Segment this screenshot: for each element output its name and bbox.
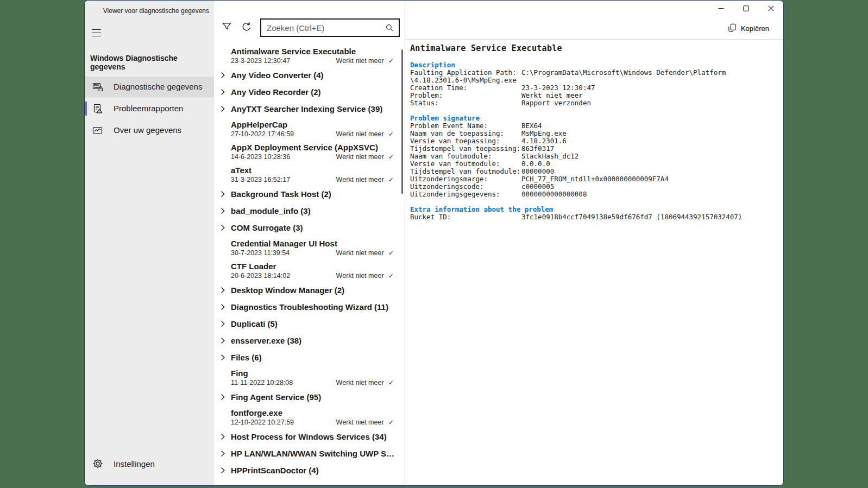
chevron-right-icon [219,88,226,96]
sidebar-item-over-uw-gegevens[interactable]: Over uw gegevens [85,120,214,141]
copy-button[interactable]: Kopiëren [728,23,769,34]
report-date: 30-7-2023 11:39:54 [231,249,290,258]
chevron-right-icon [219,105,226,112]
sidebar-item-probleemrapporten[interactable]: Probleemrapporten [85,98,214,119]
report-row-fontforge-exe[interactable]: fontforge.exe12-10-2022 10:27:59Werkt ni… [214,405,405,428]
chevron-right-icon [219,320,226,327]
report-date: 20-6-2023 18:14:02 [231,271,290,281]
group-title: Desktop Window Manager (2) [231,286,352,295]
detail-row: Uitzonderingsmarge:PCH_77_FROM_ntdll+0x0… [410,175,776,183]
detail-value: Rapport verzonden [521,99,591,107]
chevron-right-icon [219,394,226,401]
detail-value: 863f0317 [521,144,554,153]
group-title: AnyTXT Searcher Indexing Service (39) [231,104,390,113]
group-title: HPPrintScanDoctor (4) [231,466,326,475]
detail-row: Uitzonderingsgegevens:0000000000000008 [410,191,776,198]
report-group-row-anytxt-searcher-indexing-service-39[interactable]: AnyTXT Searcher Indexing Service (39) [214,100,405,117]
app-window: Viewer voor diagnostische gegevens Windo… [84,0,784,486]
report-group-row-desktop-window-manager-2[interactable]: Desktop Window Manager (2) [214,282,405,299]
report-row-apphelpercap[interactable]: AppHelperCap27-10-2022 17:46:59Werkt nie… [214,117,405,140]
report-list-panel: Antimalware Service Executable23-3-2023 … [214,1,405,485]
detail-toolbar: Kopiëren [405,18,783,40]
check-icon: ✓ [387,130,394,138]
report-group-row-host-process-for-windows-services-34[interactable]: Host Process for Windows Services (34) [214,428,405,445]
detail-value: 0.0.0.0 [521,160,550,168]
settings-label: Instellingen [114,459,155,468]
report-row-credential-manager-ui-host[interactable]: Credential Manager UI Host30-7-2023 11:3… [214,236,405,259]
group-title: Any Video Converter (4) [231,71,331,80]
group-title: Any Video Recorder (2) [231,87,329,97]
filter-button[interactable] [218,20,235,36]
search-icon [386,24,394,32]
check-icon: ✓ [387,176,394,183]
detail-label: Uitzonderingsgegevens: [410,191,521,198]
sidebar-item-label: Diagnostische gegevens [114,82,202,91]
check-icon: ✓ [387,249,394,257]
report-group-row-duplicati-5[interactable]: Duplicati (5) [214,315,405,332]
refresh-icon [241,22,252,34]
report-group-row-any-video-converter-4[interactable]: Any Video Converter (4) [214,67,405,84]
check-icon: ✓ [387,272,394,280]
report-group-row-ensserver-exe-38[interactable]: ensserver.exe (38) [214,332,405,349]
report-status: Werkt niet meer ✓ [336,130,394,139]
report-row-fing[interactable]: Fing11-11-2022 10:28:08Werkt niet meer ✓ [214,366,405,389]
detail-value: c0000005 [521,182,554,191]
report-title: AppX Deployment Service (AppXSVC) [231,142,394,153]
maximize-icon [743,5,749,13]
report-group-row-files-6[interactable]: Files (6) [214,349,405,366]
detail-label: Tijdstempel van foutmodule: [410,168,521,175]
window-caption-bar [405,1,783,18]
detail-row: Uitzonderingscode:c0000005 [410,183,776,191]
selected-accent-bar [85,102,87,116]
chevron-right-icon [219,191,226,198]
detail-value: 0000000000000008 [521,190,587,198]
chevron-right-icon [219,303,226,310]
sidebar: Viewer voor diagnostische gegevens Windo… [85,1,214,485]
detail-value: StackHash_dc12 [521,152,578,160]
detail-row: \4.18.2301.6-0\MsMpEng.exe [410,77,776,84]
detail-label: Status: [410,99,521,107]
filter-icon [222,22,232,34]
report-list: Antimalware Service Executable23-3-2023 … [214,44,405,479]
report-title: Antimalware Service Executable [231,46,394,56]
report-status: Werkt niet meer ✓ [336,175,394,185]
report-group-row-com-surrogate-3[interactable]: COM Surrogate (3) [214,219,405,236]
detail-label: Versie van foutmodule: [410,160,521,168]
report-row-atext[interactable]: aText31-3-2023 16:52:17Werkt niet meer ✓ [214,163,405,186]
report-row-ctf-loader[interactable]: CTF Loader20-6-2023 18:14:02Werkt niet m… [214,259,405,282]
hamburger-menu-button[interactable] [92,27,105,39]
report-group-row-fing-agent-service-95[interactable]: Fing Agent Service (95) [214,389,405,405]
detail-label: Creation Time: [410,84,521,92]
chevron-right-icon [219,354,226,361]
report-date: 11-11-2022 10:28:08 [231,378,293,388]
report-row-antimalware-service-executable[interactable]: Antimalware Service Executable23-3-2023 … [214,44,405,67]
chevron-right-icon [219,337,226,344]
about-data-icon [92,125,103,136]
report-group-row-hpprintscandoctor-4[interactable]: HPPrintScanDoctor (4) [214,462,405,479]
minimize-button[interactable] [708,1,733,17]
report-group-row-hp-lan-wlan-wwan-switching-uwp-servic[interactable]: HP LAN/WLAN/WWAN Switching UWP Servic... [214,445,405,462]
report-row-appx-deployment-service-appxsvc[interactable]: AppX Deployment Service (AppXSVC)14-6-20… [214,140,405,163]
report-title: Fing [231,368,394,378]
report-group-row-any-video-recorder-2[interactable]: Any Video Recorder (2) [214,84,405,100]
detail-value: BEX64 [521,122,542,130]
section-heading-problem-signature: Problem signature [410,115,776,122]
report-title: Credential Manager UI Host [231,238,394,249]
close-button[interactable] [758,1,783,17]
sidebar-spacer [85,142,214,453]
report-group-row-diagnostics-troubleshooting-wizard-11[interactable]: Diagnostics Troubleshooting Wizard (11) [214,299,405,315]
maximize-button[interactable] [733,1,758,17]
report-group-row-bad-module-info-3[interactable]: bad_module_info (3) [214,202,405,219]
list-scrollbar[interactable] [401,49,403,194]
refresh-button[interactable] [238,20,255,36]
detail-row: Naam van foutmodule:StackHash_dc12 [410,153,776,160]
group-title: Duplicati (5) [231,319,285,328]
detail-label: Faulting Application Path: [410,69,521,77]
detail-label: Problem Event Name: [410,122,521,130]
sidebar-item-instellingen[interactable]: Instellingen [85,453,214,474]
search-input[interactable] [261,23,383,33]
check-icon: ✓ [387,419,394,426]
sidebar-item-diagnostische-gegevens[interactable]: Diagnostische gegevens [85,77,214,97]
hamburger-menu-icon [92,29,101,30]
report-group-row-background-task-host-2[interactable]: Background Task Host (2) [214,186,405,202]
